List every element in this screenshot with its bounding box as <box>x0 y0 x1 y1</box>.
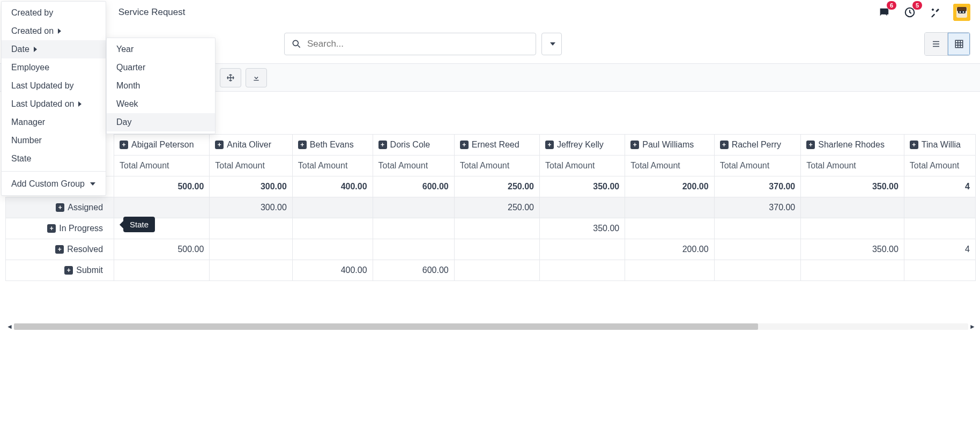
chevron-right-icon <box>58 28 61 34</box>
menu-item-label: Quarter <box>116 63 145 72</box>
menu-item-label: Month <box>116 81 140 91</box>
messages-badge: 6 <box>887 1 896 10</box>
svg-point-5 <box>960 11 961 13</box>
svg-rect-3 <box>957 7 967 11</box>
search-options-button[interactable] <box>541 33 562 55</box>
date-submenu-item[interactable]: Month <box>107 77 215 92</box>
expand-icon <box>226 73 235 82</box>
svg-point-6 <box>963 11 964 13</box>
groupby-item[interactable]: Date <box>2 40 106 58</box>
list-view-button[interactable] <box>925 33 947 55</box>
svg-line-8 <box>298 46 300 48</box>
groupby-item[interactable]: Created by <box>2 4 106 22</box>
pivot-view-button[interactable] <box>947 33 970 55</box>
date-submenu: YearQuarterMonthWeekDay <box>106 38 216 92</box>
menu-item-label: Date <box>11 45 29 54</box>
list-icon <box>931 39 941 49</box>
tools-icon[interactable] <box>927 4 944 20</box>
page-title: Service Request <box>118 7 185 18</box>
pivot-icon <box>954 39 964 49</box>
menu-item-label: Last Updated by <box>11 81 74 91</box>
menu-item-label: Created on <box>11 26 54 36</box>
activity-icon[interactable]: 5 <box>902 4 918 20</box>
groupby-item[interactable]: Employee <box>2 58 106 77</box>
groupby-item[interactable]: Created on <box>2 22 106 40</box>
menu-item-label: Created by <box>11 8 53 18</box>
avatar[interactable] <box>953 4 970 21</box>
svg-point-7 <box>293 40 298 46</box>
expand-button[interactable] <box>220 68 241 87</box>
search-icon <box>291 39 302 49</box>
svg-rect-12 <box>955 40 963 48</box>
download-icon <box>252 73 261 82</box>
search-input-wrap[interactable] <box>284 33 536 55</box>
app-header: t Service Request 6 5 <box>0 0 980 25</box>
messages-icon[interactable]: 6 <box>876 4 892 20</box>
search-input[interactable] <box>307 39 529 49</box>
date-submenu-item[interactable]: Year <box>107 40 215 58</box>
groupby-menu: Created byCreated onDateEmployeeLast Upd… <box>1 1 106 92</box>
download-button[interactable] <box>246 68 267 87</box>
chevron-right-icon <box>34 47 37 52</box>
menu-item-label: Year <box>116 45 133 54</box>
chevron-down-icon <box>550 42 555 46</box>
view-switcher <box>924 32 970 56</box>
menu-item-label: Employee <box>11 63 49 72</box>
date-submenu-item[interactable]: Quarter <box>107 58 215 77</box>
groupby-item[interactable]: Last Updated by <box>2 77 106 92</box>
svg-rect-4 <box>958 11 966 13</box>
activity-badge: 5 <box>912 1 922 10</box>
